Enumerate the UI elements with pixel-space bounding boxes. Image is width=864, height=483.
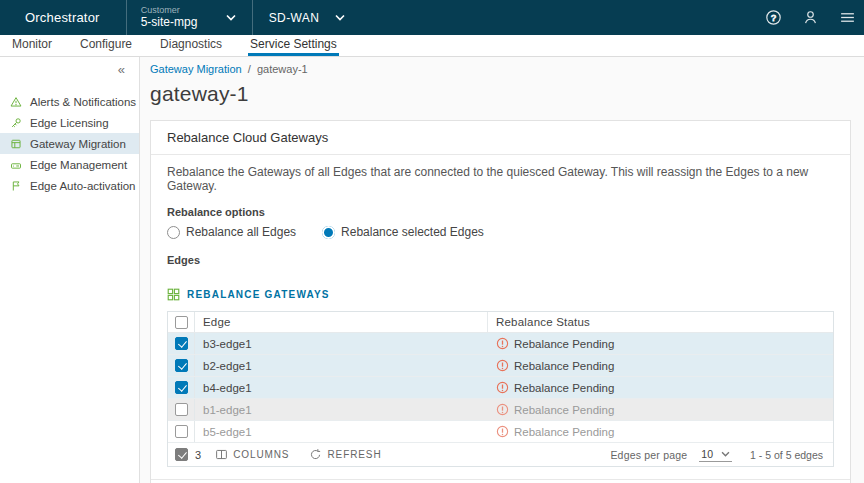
tab-diagnostics[interactable]: Diagnostics — [158, 35, 224, 56]
columns-button[interactable]: COLUMNS — [215, 448, 309, 461]
edge-name: b5-edge1 — [195, 426, 487, 438]
chevron-down-icon — [226, 14, 236, 21]
edge-name: b3-edge1 — [195, 338, 487, 350]
pagination-range: 1 - 5 of 5 edges — [750, 449, 823, 461]
radio-unselected-icon[interactable] — [167, 226, 180, 239]
help-icon[interactable]: ? — [765, 9, 782, 26]
sidebar-collapse-button[interactable]: « — [0, 57, 139, 79]
breadcrumb-link[interactable]: Gateway Migration — [150, 63, 242, 75]
row-checkbox[interactable] — [175, 337, 188, 350]
top-header: Orchestrator Customer 5-site-mpg SD-WAN … — [0, 0, 864, 35]
edges-per-page-label: Edges per page — [610, 449, 687, 461]
breadcrumb: Gateway Migration / gateway-1 — [150, 63, 851, 75]
menu-icon[interactable] — [839, 9, 856, 26]
rebalance-status: Rebalance Pending — [487, 355, 833, 376]
edge-name: b1-edge1 — [195, 404, 487, 416]
page-title: gateway-1 — [150, 82, 851, 106]
card-description: Rebalance the Gateways of all Edges that… — [167, 165, 834, 193]
radio-label: Rebalance selected Edges — [341, 225, 484, 239]
rebalance-card: Rebalance Cloud Gateways Rebalance the G… — [150, 120, 851, 483]
sidebar-item-edge-auto-activation[interactable]: Edge Auto-activation — [0, 175, 139, 196]
row-checkbox[interactable] — [175, 381, 188, 394]
alert-triangle-icon — [10, 96, 22, 108]
row-checkbox[interactable] — [175, 403, 188, 416]
pending-status-icon — [496, 403, 509, 416]
pending-status-icon — [496, 337, 509, 350]
tab-configure[interactable]: Configure — [78, 35, 134, 56]
key-icon — [10, 117, 22, 129]
table-footer: 3 COLUMNS REFRESH — [168, 443, 833, 466]
rebalance-gateways-label: REBALANCE GATEWAYS — [187, 289, 330, 300]
service-selector[interactable]: SD-WAN — [253, 0, 363, 35]
sidebar-item-label: Edge Licensing — [30, 117, 109, 129]
radio-label: Rebalance all Edges — [186, 225, 296, 239]
radio-rebalance-selected-edges[interactable]: Rebalance selected Edges — [322, 225, 484, 239]
selected-count: 3 — [195, 449, 201, 461]
sidebar: « Alerts & Notifications Edge Licensing — [0, 57, 140, 483]
refresh-icon — [309, 448, 322, 461]
refresh-button[interactable]: REFRESH — [309, 448, 401, 461]
chevron-down-icon — [335, 14, 345, 21]
per-page-select[interactable]: 10 — [699, 447, 732, 462]
pending-status-icon — [496, 425, 509, 438]
breadcrumb-separator: / — [248, 63, 251, 75]
sidebar-item-gateway-migration[interactable]: Gateway Migration — [0, 133, 139, 154]
sidebar-item-alerts-notifications[interactable]: Alerts & Notifications — [0, 91, 139, 112]
table-row[interactable]: b4-edge1 Rebalance Pending — [168, 377, 833, 399]
sidebar-item-edge-management[interactable]: Edge Management — [0, 154, 139, 175]
table-row[interactable]: b5-edge1 Rebalance Pending — [168, 421, 833, 443]
edge-name: b4-edge1 — [195, 382, 487, 394]
sidebar-item-edge-licensing[interactable]: Edge Licensing — [0, 112, 139, 133]
table-row[interactable]: b2-edge1 Rebalance Pending — [168, 355, 833, 377]
rebalance-status: Rebalance Pending — [487, 421, 833, 442]
svg-text:?: ? — [771, 13, 776, 23]
pending-status-icon — [496, 359, 509, 372]
service-value: SD-WAN — [269, 11, 320, 25]
table-row[interactable]: b1-edge1 Rebalance Pending — [168, 399, 833, 421]
sidebar-item-label: Edge Management — [30, 159, 127, 171]
rebalance-options-label: Rebalance options — [167, 206, 834, 218]
chevron-down-icon — [721, 451, 730, 457]
footer-selection-checkbox[interactable] — [175, 448, 188, 461]
customer-selector[interactable]: Customer 5-site-mpg — [127, 0, 252, 35]
router-icon — [10, 159, 22, 171]
user-icon[interactable] — [802, 9, 819, 26]
row-checkbox[interactable] — [175, 359, 188, 372]
rebalance-gateways-icon — [167, 288, 180, 301]
table-header-row: Edge Rebalance Status — [168, 312, 833, 333]
breadcrumb-current: gateway-1 — [257, 63, 308, 75]
app-root: Orchestrator Customer 5-site-mpg SD-WAN … — [0, 0, 864, 483]
column-header-edge[interactable]: Edge — [195, 316, 487, 328]
edge-name: b2-edge1 — [195, 360, 487, 372]
main-nav: Monitor Configure Diagnostics Service Se… — [0, 35, 864, 57]
sidebar-item-label: Edge Auto-activation — [30, 180, 136, 192]
rebalance-status: Rebalance Pending — [487, 377, 833, 398]
customer-value: 5-site-mpg — [141, 16, 198, 30]
row-checkbox[interactable] — [175, 425, 188, 438]
pending-status-icon — [496, 381, 509, 394]
column-header-rebalance-status[interactable]: Rebalance Status — [487, 312, 833, 332]
sidebar-item-label: Alerts & Notifications — [30, 96, 136, 108]
sidebar-item-label: Gateway Migration — [30, 138, 126, 150]
select-all-checkbox[interactable] — [175, 316, 188, 329]
tab-service-settings[interactable]: Service Settings — [248, 35, 339, 56]
flag-icon — [10, 180, 22, 192]
radio-rebalance-all-edges[interactable]: Rebalance all Edges — [167, 225, 296, 239]
rebalance-status: Rebalance Pending — [487, 399, 833, 420]
columns-icon — [215, 448, 228, 461]
product-title: Orchestrator — [0, 0, 126, 35]
radio-selected-icon[interactable] — [322, 226, 335, 239]
per-page-value: 10 — [701, 448, 713, 460]
table-row[interactable]: b3-edge1 Rebalance Pending — [168, 333, 833, 355]
rebalance-gateways-button[interactable]: REBALANCE GATEWAYS — [167, 288, 330, 301]
edges-section-label: Edges — [167, 254, 834, 266]
edges-table: Edge Rebalance Status b3-edge1 — [167, 311, 834, 467]
card-title: Rebalance Cloud Gateways — [151, 121, 850, 155]
rebalance-status: Rebalance Pending — [487, 333, 833, 354]
tab-monitor[interactable]: Monitor — [10, 35, 54, 56]
content-area: Gateway Migration / gateway-1 gateway-1 … — [140, 57, 864, 483]
gateway-migration-icon — [10, 138, 22, 150]
